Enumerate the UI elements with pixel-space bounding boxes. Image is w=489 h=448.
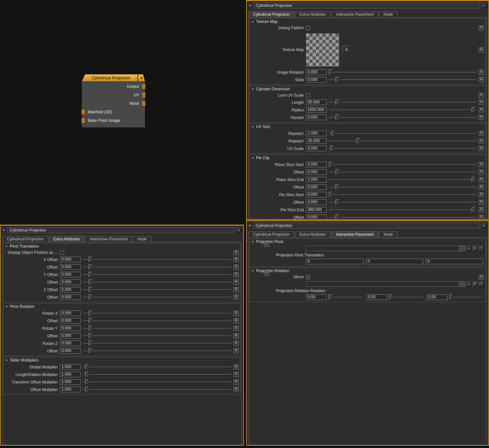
close-button[interactable]: x [481,3,487,8]
section-header[interactable]: ▼Texture Map [250,19,485,25]
section-header[interactable]: ▼Slider Multipliers [4,357,240,363]
slider-track[interactable] [83,367,231,367]
reset-button[interactable]: R [234,380,239,384]
reset-button[interactable]: R [234,287,239,292]
slider-handle[interactable] [330,146,334,151]
section-header[interactable]: ▼Projection Pivot [250,239,485,245]
reset-button[interactable]: R [479,115,484,120]
slider-handle[interactable] [335,169,339,175]
value-field[interactable]: 0.000 [306,169,327,175]
value-field[interactable]: 0.000 [60,333,81,339]
output-port[interactable] [141,92,146,98]
slider-handle[interactable] [329,294,332,300]
value-field[interactable]: 0.000 [60,272,81,277]
reset-button[interactable]: R [479,215,484,220]
slider-handle[interactable] [472,107,475,113]
slider-handle[interactable] [356,138,360,144]
slider[interactable] [329,145,477,152]
slider[interactable] [83,310,231,316]
value-field[interactable]: 0.000 [60,341,81,346]
slider-track[interactable] [83,389,231,390]
slider[interactable] [83,279,231,285]
dropdown-arrow-icon[interactable]: ▼ [459,282,464,286]
slider-track[interactable] [83,336,231,336]
p-button[interactable]: P [473,282,478,287]
vector-field[interactable]: 0.00 [306,294,327,300]
slider[interactable] [329,214,477,220]
cylindrical-projection-node[interactable]: Cylindrical Projection + OutputUVMaskMan… [82,74,145,127]
value-field[interactable]: 1.000 [60,364,81,370]
slider-track[interactable] [329,133,477,134]
tab-interactive-placement[interactable]: Interactive Placement [331,11,378,17]
tab-node[interactable]: Node [379,11,398,17]
value-field[interactable]: 0.000 [60,264,81,270]
slider[interactable] [329,138,477,144]
t-button[interactable]: T [479,246,484,251]
reset-button[interactable]: R [234,333,239,338]
value-field[interactable]: 1.000 [60,372,81,377]
slider[interactable] [83,379,231,385]
section-collapse-icon[interactable]: ▼ [251,125,254,128]
section-collapse-icon[interactable]: ▼ [251,157,254,159]
slider[interactable] [329,130,477,137]
value-field[interactable]: 0.000 [60,279,81,285]
slider-handle[interactable] [329,162,333,167]
slider-handle[interactable] [85,387,89,392]
slider[interactable] [83,318,231,324]
slider-handle[interactable] [89,318,92,324]
node-add-button[interactable]: + [138,75,145,81]
slider[interactable] [329,161,477,168]
slider[interactable] [389,294,423,300]
value-field[interactable]: 1.000 [306,131,327,136]
vector-field[interactable]: 0 [306,259,363,264]
output-port[interactable] [141,101,146,106]
slider[interactable] [329,169,477,175]
input-port[interactable] [81,118,85,123]
slider-track[interactable] [389,297,423,297]
slider-handle[interactable] [389,294,392,300]
slider-handle[interactable] [89,279,92,285]
value-field[interactable]: 0.000 [306,199,327,205]
reset-button[interactable]: R [234,311,239,316]
slider[interactable] [83,364,231,370]
tab-cylindrical-projection[interactable]: Cylindrical Projection [248,11,294,17]
slider-handle[interactable] [335,184,339,190]
node-dropdown[interactable]: ▼ [306,281,465,287]
section-header[interactable]: ▼Pie Clip [250,155,485,161]
value-field[interactable]: 1.000 [60,387,81,392]
section-collapse-icon[interactable]: ▼ [5,305,8,308]
reset-button[interactable]: R [479,26,484,30]
slider-track[interactable] [83,274,231,275]
slider-track[interactable] [83,259,231,260]
reset-button[interactable]: R [479,107,484,112]
slider[interactable] [329,192,477,198]
section-collapse-icon[interactable]: ▼ [5,245,8,248]
slider-handle[interactable] [85,379,89,385]
reset-button[interactable]: R [479,207,484,212]
slider-track[interactable] [329,102,477,103]
slider-track[interactable] [83,321,231,321]
slider[interactable] [329,199,477,205]
slider-handle[interactable] [89,348,92,354]
tab-node[interactable]: Node [133,236,152,242]
reset-button[interactable]: R [479,162,484,167]
slider-track[interactable] [329,172,477,172]
slider-track[interactable] [83,382,231,382]
slider[interactable] [329,294,362,300]
reset-button[interactable]: R [479,177,484,182]
slider[interactable] [329,107,477,113]
section-header[interactable]: ▼Cylinder Dimension [250,86,485,92]
slider[interactable] [83,386,231,393]
node-header[interactable]: Cylindrical Projection + [82,74,145,81]
slider[interactable] [83,340,231,346]
texture-map-preview[interactable] [306,33,339,66]
slider-track[interactable] [83,351,231,351]
slider[interactable] [329,207,477,213]
value-field[interactable]: 0.000 [60,294,81,300]
slider-track[interactable] [83,343,231,344]
reset-button[interactable]: R [264,242,269,247]
slider-handle[interactable] [472,207,475,213]
value-field[interactable]: 0.000 [60,348,81,354]
reset-button[interactable]: R [479,47,484,52]
p-button[interactable]: P [473,246,478,251]
